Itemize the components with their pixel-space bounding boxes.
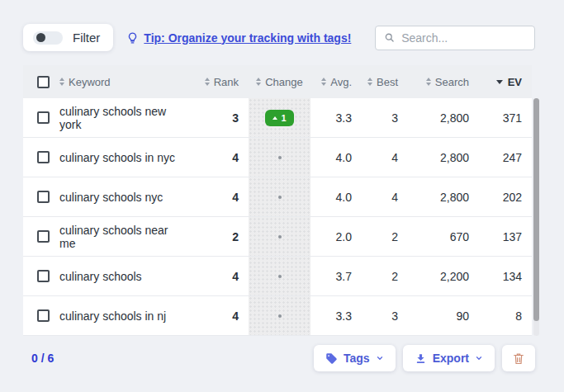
table-header: Keyword Rank Change Avg. Best Search EV — [23, 65, 532, 98]
change-cell — [249, 177, 310, 216]
best-cell: 2 — [357, 217, 403, 256]
change-cell: 1 — [249, 98, 310, 137]
sort-icon — [426, 78, 431, 86]
lightbulb-icon — [126, 31, 139, 45]
sort-icon — [321, 78, 326, 86]
change-cell — [249, 138, 310, 177]
row-checkbox[interactable] — [37, 111, 50, 124]
search-volume-cell: 2,800 — [403, 138, 474, 177]
best-cell: 4 — [357, 138, 403, 177]
footer-bar: 0 / 6 Tags Export — [0, 336, 564, 371]
search-box — [375, 26, 535, 50]
no-change-dot-icon — [278, 196, 282, 199]
keyword-cell: culinary schools — [59, 257, 199, 295]
header-rank[interactable]: Rank — [199, 76, 249, 88]
sort-icon — [367, 78, 372, 86]
tip-link-label: Tip: Organize your tracking with tags! — [144, 31, 351, 45]
rank-cell: 2 — [199, 217, 249, 256]
search-volume-cell: 2,800 — [403, 177, 474, 216]
rank-cell: 3 — [199, 98, 249, 137]
keyword-table: Keyword Rank Change Avg. Best Search EV — [23, 65, 532, 336]
chevron-down-icon — [376, 354, 384, 362]
avg-cell: 3.3 — [310, 98, 357, 137]
ev-cell: 8 — [474, 296, 532, 335]
row-checkbox[interactable] — [37, 151, 50, 163]
vertical-scrollbar[interactable] — [533, 98, 539, 336]
sort-icon — [256, 78, 261, 86]
ev-cell: 371 — [474, 98, 532, 137]
selection-count: 0 / 6 — [31, 352, 54, 365]
sort-icon — [59, 78, 64, 86]
table-row: culinary schools nyc 4 4.0 4 2,800 202 — [23, 177, 532, 217]
header-change[interactable]: Change — [249, 76, 310, 88]
table-row: culinary schools in nyc 4 4.0 4 2,800 24… — [23, 138, 532, 177]
row-checkbox[interactable] — [37, 309, 50, 322]
search-volume-cell: 670 — [403, 217, 474, 256]
row-check-cell — [23, 257, 59, 295]
avg-cell: 4.0 — [310, 177, 357, 216]
select-all-checkbox[interactable] — [37, 76, 50, 88]
download-icon — [415, 352, 427, 365]
no-change-dot-icon — [278, 235, 282, 239]
best-cell: 4 — [357, 177, 403, 216]
tag-icon — [325, 352, 338, 365]
search-input[interactable] — [401, 31, 526, 45]
best-cell: 2 — [357, 257, 403, 295]
table-row: culinary schools near me 2 2.0 2 670 137 — [23, 217, 532, 257]
change-cell — [249, 296, 310, 335]
header-keyword[interactable]: Keyword — [59, 76, 199, 88]
header-ev[interactable]: EV — [474, 76, 532, 88]
row-check-cell — [23, 217, 59, 256]
select-all-cell — [23, 76, 59, 88]
search-icon — [384, 31, 395, 44]
search-volume-cell: 2,800 — [403, 98, 474, 137]
change-cell — [249, 257, 310, 295]
avg-cell: 2.0 — [310, 217, 357, 256]
row-check-cell — [23, 177, 59, 216]
export-button[interactable]: Export — [403, 345, 495, 371]
row-check-cell — [23, 138, 59, 177]
up-triangle-icon — [273, 116, 277, 120]
rank-cell: 4 — [199, 296, 249, 335]
ev-cell: 137 — [474, 217, 532, 256]
change-cell — [249, 217, 310, 256]
trash-icon — [512, 352, 525, 366]
filter-toggle-card[interactable]: Filter — [23, 24, 113, 51]
rank-cell: 4 — [199, 138, 249, 177]
toggle-knob — [36, 33, 45, 42]
search-volume-cell: 2,200 — [403, 257, 474, 295]
no-change-dot-icon — [278, 314, 282, 318]
rank-cell: 4 — [199, 257, 249, 295]
row-checkbox[interactable] — [37, 230, 50, 243]
chevron-down-icon — [475, 354, 483, 362]
best-cell: 3 — [357, 98, 403, 137]
header-avg[interactable]: Avg. — [310, 76, 357, 88]
footer-actions: Tags Export — [314, 345, 535, 371]
avg-cell: 3.3 — [310, 296, 357, 335]
tip-link[interactable]: Tip: Organize your tracking with tags! — [126, 31, 351, 45]
search-volume-cell: 90 — [403, 296, 474, 335]
keyword-cell: culinary schools nyc — [59, 177, 199, 216]
avg-cell: 3.7 — [310, 257, 357, 295]
filter-label: Filter — [73, 31, 100, 45]
best-cell: 3 — [357, 296, 403, 335]
header-best[interactable]: Best — [357, 76, 403, 88]
keyword-cell: culinary schools new york — [59, 98, 199, 137]
keyword-cell: culinary schools in nj — [59, 296, 199, 335]
keyword-cell: culinary schools in nyc — [59, 138, 199, 177]
avg-cell: 4.0 — [310, 138, 357, 177]
toolbar: Filter Tip: Organize your tracking with … — [0, 0, 564, 51]
header-search[interactable]: Search — [403, 76, 474, 88]
row-checkbox[interactable] — [37, 191, 50, 203]
scrollbar-thumb[interactable] — [533, 98, 539, 321]
table-row: culinary schools 4 3.7 2 2,200 134 — [23, 257, 532, 296]
row-checkbox[interactable] — [37, 270, 50, 282]
table-row: culinary schools in nj 4 3.3 3 90 8 — [23, 296, 532, 336]
tags-button[interactable]: Tags — [314, 345, 396, 371]
table-body: culinary schools new york 3 1 3.3 3 2,80… — [23, 98, 532, 336]
delete-button[interactable] — [502, 345, 535, 371]
no-change-dot-icon — [278, 156, 282, 159]
filter-toggle[interactable] — [33, 31, 63, 45]
keyword-cell: culinary schools near me — [59, 217, 199, 256]
ev-cell: 202 — [474, 177, 532, 216]
